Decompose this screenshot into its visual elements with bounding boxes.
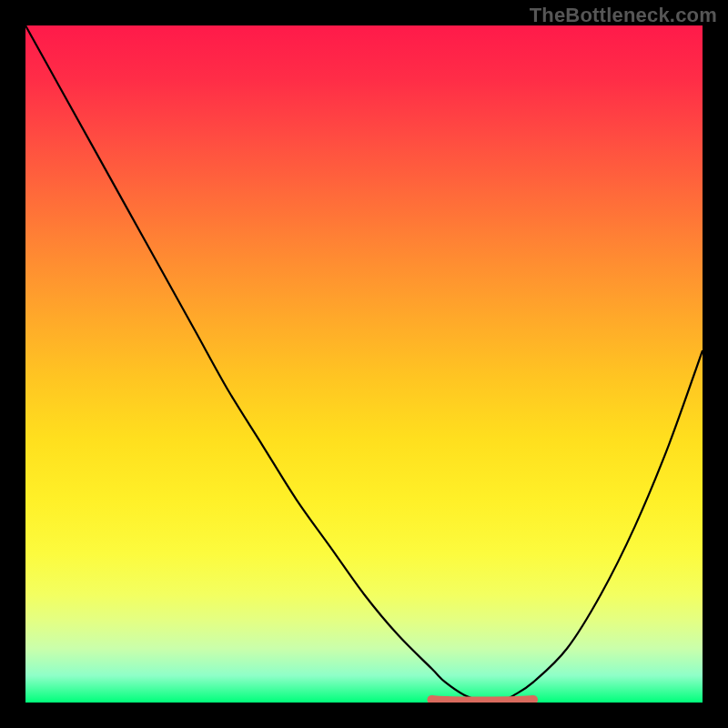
chart-frame: TheBottleneck.com bbox=[0, 0, 728, 728]
curve-overlay bbox=[25, 25, 703, 703]
optimal-range-marker bbox=[431, 700, 533, 702]
plot-area bbox=[25, 25, 703, 703]
watermark-text: TheBottleneck.com bbox=[530, 4, 717, 27]
bottleneck-curve bbox=[25, 25, 703, 703]
plot-canvas bbox=[25, 25, 703, 703]
